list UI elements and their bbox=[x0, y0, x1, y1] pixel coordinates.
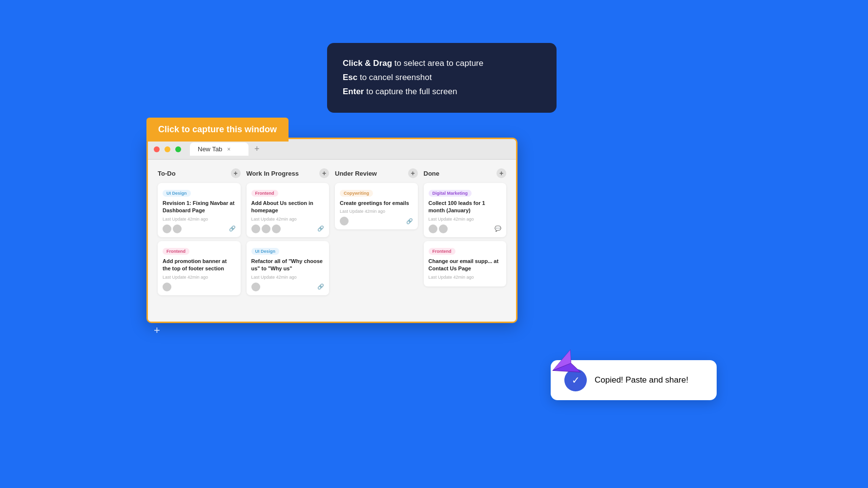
tab-label: New Tab bbox=[198, 145, 222, 153]
instruction-enter-bold: Enter bbox=[343, 87, 364, 96]
avatars bbox=[163, 283, 171, 291]
card-title: Refactor all of "Why choose us" to "Why … bbox=[251, 258, 325, 273]
table-row: UI Design Revision 1: Fixing Navbar at D… bbox=[158, 183, 241, 237]
browser-tab[interactable]: New Tab × bbox=[190, 142, 248, 156]
kanban-col-done: Done + Digital Marketing Collect 100 lea… bbox=[421, 168, 510, 313]
card-tag: Frontend bbox=[251, 190, 278, 197]
col-header-done: Done + bbox=[424, 168, 507, 178]
instruction-esc-rest: to cancel sreenshot bbox=[357, 73, 432, 82]
avatar bbox=[262, 224, 270, 233]
avatar bbox=[272, 224, 281, 233]
col-add-todo[interactable]: + bbox=[231, 168, 241, 178]
avatars bbox=[251, 283, 260, 291]
col-add-review[interactable]: + bbox=[408, 168, 418, 178]
tab-bar: New Tab × + bbox=[190, 142, 510, 156]
avatar bbox=[439, 224, 448, 233]
browser-window: New Tab × + To-Do + UI Design Revision 1… bbox=[146, 138, 517, 323]
card-meta: Last Update 42min ago bbox=[429, 275, 502, 280]
toast-text: Copied! Paste and share! bbox=[595, 375, 688, 385]
avatar bbox=[251, 283, 260, 291]
link-icon: 🔗 bbox=[317, 225, 324, 232]
avatar bbox=[251, 224, 260, 233]
avatar bbox=[163, 283, 171, 291]
toast-rest: Paste and share! bbox=[623, 375, 688, 385]
instruction-line-3: Enter to capture the full screen bbox=[343, 85, 541, 99]
toast-bold: Copied! bbox=[595, 375, 623, 385]
link-icon: 🔗 bbox=[229, 225, 236, 232]
card-footer: 🔗 bbox=[251, 224, 325, 233]
tab-close-button[interactable]: × bbox=[227, 146, 230, 153]
table-row: Copywriting Create greetings for emails … bbox=[335, 183, 418, 229]
table-row: Digital Marketing Collect 100 leads for … bbox=[424, 183, 507, 237]
traffic-light-yellow[interactable] bbox=[165, 146, 170, 152]
col-title-done: Done bbox=[424, 170, 440, 177]
col-title-review: Under Review bbox=[335, 170, 377, 177]
avatars bbox=[340, 217, 349, 225]
card-tag: Frontend bbox=[163, 248, 189, 255]
col-add-done[interactable]: + bbox=[496, 168, 506, 178]
card-title: Change our email supp... at Contact Us P… bbox=[429, 258, 502, 273]
avatar bbox=[163, 224, 171, 233]
card-tag: Digital Marketing bbox=[429, 190, 472, 197]
table-row: Frontend Add promotion banner at the top… bbox=[158, 241, 241, 295]
card-meta: Last Update 42min ago bbox=[163, 275, 236, 280]
table-row: Frontend Change our email supp... at Con… bbox=[424, 241, 507, 286]
new-tab-button[interactable]: + bbox=[251, 143, 263, 155]
comment-icon: 💬 bbox=[495, 225, 501, 232]
link-icon: 🔗 bbox=[317, 284, 324, 290]
card-meta: Last Update 42min ago bbox=[340, 209, 413, 214]
card-footer: 💬 bbox=[429, 224, 502, 233]
col-title-todo: To-Do bbox=[158, 170, 176, 177]
instruction-drag-rest: to select area to capture bbox=[392, 59, 483, 68]
card-title: Revision 1: Fixing Navbar at Dashboard P… bbox=[163, 200, 236, 215]
card-title: Add About Us section in homepage bbox=[251, 200, 325, 215]
col-header-review: Under Review + bbox=[335, 168, 418, 178]
card-tag: UI Design bbox=[163, 190, 191, 197]
kanban-col-todo: To-Do + UI Design Revision 1: Fixing Nav… bbox=[155, 168, 244, 313]
kanban-col-review: Under Review + Copywriting Create greeti… bbox=[332, 168, 421, 313]
kanban-board: To-Do + UI Design Revision 1: Fixing Nav… bbox=[148, 160, 516, 322]
card-meta: Last Update 42min ago bbox=[251, 217, 325, 222]
card-footer: 🔗 bbox=[251, 283, 325, 291]
col-title-wip: Work In Progress bbox=[247, 170, 299, 177]
avatars bbox=[163, 224, 182, 233]
card-title: Collect 100 leads for 1 month (January) bbox=[429, 200, 502, 215]
instruction-enter-rest: to capture the full screen bbox=[364, 87, 457, 96]
traffic-light-red[interactable] bbox=[154, 146, 160, 152]
kanban-col-wip: Work In Progress + Frontend Add About Us… bbox=[244, 168, 332, 313]
card-meta: Last Update 42min ago bbox=[163, 217, 236, 222]
avatar bbox=[340, 217, 349, 225]
instruction-esc-bold: Esc bbox=[343, 73, 357, 82]
avatars bbox=[429, 224, 448, 233]
traffic-light-green[interactable] bbox=[175, 146, 181, 152]
card-title: Create greetings for emails bbox=[340, 200, 413, 207]
col-header-todo: To-Do + bbox=[158, 168, 241, 178]
link-icon: 🔗 bbox=[406, 218, 413, 224]
col-add-wip[interactable]: + bbox=[319, 168, 329, 178]
card-footer: 🔗 bbox=[163, 224, 236, 233]
instruction-drag-bold: Click & Drag bbox=[343, 59, 392, 68]
card-tag: Frontend bbox=[429, 248, 455, 255]
card-footer bbox=[163, 283, 236, 291]
card-meta: Last Update 42min ago bbox=[251, 275, 325, 280]
table-row: Frontend Add About Us section in homepag… bbox=[247, 183, 330, 237]
avatars bbox=[251, 224, 281, 233]
instruction-line-1: Click & Drag to select area to capture bbox=[343, 57, 541, 71]
col-header-wip: Work In Progress + bbox=[247, 168, 330, 178]
crosshair-cursor: + bbox=[154, 324, 160, 337]
card-meta: Last Update 42min ago bbox=[429, 217, 502, 222]
card-tag: UI Design bbox=[251, 248, 280, 255]
instruction-line-2: Esc to cancel sreenshot bbox=[343, 71, 541, 85]
avatar bbox=[429, 224, 437, 233]
card-tag: Copywriting bbox=[340, 190, 373, 197]
card-footer: 🔗 bbox=[340, 217, 413, 225]
browser-chrome: New Tab × + bbox=[148, 139, 516, 160]
capture-banner[interactable]: Click to capture this window bbox=[146, 118, 289, 142]
avatar bbox=[173, 224, 182, 233]
table-row: UI Design Refactor all of "Why choose us… bbox=[247, 241, 330, 295]
card-title: Add promotion banner at the top of foote… bbox=[163, 258, 236, 273]
instruction-box: Click & Drag to select area to capture E… bbox=[327, 43, 557, 113]
